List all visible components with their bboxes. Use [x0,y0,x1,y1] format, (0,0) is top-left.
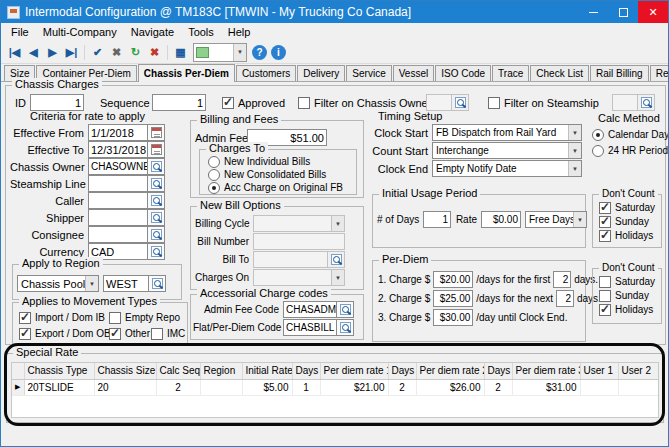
menu-navigate[interactable]: Navigate [124,25,181,39]
tab-chassis-per-diem[interactable]: Chassis Per-Diem [138,64,235,82]
col-calc-seq[interactable]: Calc Seq [156,363,200,379]
lookup-button[interactable] [149,275,166,292]
sunday-checkbox[interactable]: Sunday [599,289,649,302]
saturday-checkbox[interactable]: Saturday [599,201,655,214]
col-chassis-size[interactable]: Chassis Size [94,363,156,379]
charge-2-days-field[interactable]: 2 [556,290,574,307]
other-checkbox[interactable]: Other [109,327,150,340]
col-user-1[interactable]: User 1 [580,363,618,379]
tab-check-list[interactable]: Check List [530,65,589,81]
steamship-line-field[interactable] [88,175,148,192]
close-button[interactable] [638,1,668,23]
calendar-button[interactable] [148,124,165,141]
radio-acc-charge-original-fb[interactable]: Acc Charge on Original FB [208,181,343,194]
col-days-3[interactable]: Days [484,363,512,379]
clock-start-dropdown[interactable]: FB Dispatch from Rail Yard [432,124,582,141]
lookup-button[interactable] [148,175,165,192]
nav-prev-button[interactable]: ◀ [24,43,43,62]
calendar-button[interactable] [148,141,165,158]
nav-next-button[interactable]: ▶ [43,43,62,62]
saturday-checkbox[interactable]: Saturday [599,275,655,288]
chassis-owner-field[interactable]: CHASOWNER [88,158,148,175]
nav-last-button[interactable]: ▶| [62,43,81,62]
menu-tools[interactable]: Tools [181,25,221,39]
special-rate-grid[interactable]: Chassis Type Chassis Size Calc Seq Regio… [11,362,659,418]
filter-chassis-owner-checkbox[interactable]: Filter on Chassis Owner [298,96,431,109]
rate-type-dropdown[interactable]: Free Days [525,211,587,228]
table-row[interactable]: ▶ 20TSLIDE 20 2 $5.00 1 $21.00 2 $26.00 … [12,379,659,395]
effective-from-field[interactable]: 1/1/2018 [88,124,148,141]
holidays-checkbox[interactable]: Holidays [599,303,653,316]
radio-new-consolidated-bills[interactable]: New Consolidated Bills [208,168,326,181]
col-per-diem-rate-2[interactable]: Per diem rate 2 [416,363,484,379]
nav-first-button[interactable]: |◀ [5,43,24,62]
tab-service[interactable]: Service [346,65,391,81]
imc-checkbox[interactable]: IMC [151,327,185,340]
delete-button[interactable]: ✖ [145,43,164,62]
tab-trace[interactable]: Trace [492,65,529,81]
col-initial-rate[interactable]: Initial Rate [242,363,292,379]
radio-calendar-days[interactable]: Calendar Days [592,128,669,141]
refresh-button[interactable]: ↻ [126,43,145,62]
tab-customers[interactable]: Customers [236,65,296,81]
lookup-button[interactable] [337,319,354,336]
lookup-button[interactable] [148,243,165,260]
radio-24-hr-period[interactable]: 24 HR Period [592,144,668,157]
clock-end-dropdown[interactable]: Empty Notify Date [432,160,582,177]
holidays-checkbox[interactable]: Holidays [599,229,653,242]
lookup-button[interactable] [148,192,165,209]
grid-view-button[interactable]: ▦ [171,43,190,62]
tab-vessel[interactable]: Vessel [393,65,434,81]
charge-1-amount-field[interactable]: $20.00 [433,271,473,288]
import-dom-ib-checkbox[interactable]: Import / Dom IB [19,311,105,324]
accept-button[interactable]: ✔ [88,43,107,62]
region-field[interactable]: WEST [103,275,149,292]
id-field[interactable]: 1 [30,94,84,111]
col-chassis-type[interactable]: Chassis Type [24,363,94,379]
col-days-2[interactable]: Days [388,363,416,379]
num-days-field[interactable]: 1 [423,211,451,228]
tab-iso-code[interactable]: ISO Code [435,65,491,81]
charge-1-days-field[interactable]: 2 [553,271,571,288]
col-days-1[interactable]: Days [292,363,320,379]
lookup-button[interactable] [148,209,165,226]
minimize-button[interactable] [578,1,608,23]
approved-checkbox[interactable]: Approved [222,96,285,109]
flat-per-diem-code-field[interactable]: CHASBILL [283,319,337,336]
col-per-diem-rate-3[interactable]: Per diem rate 3 [512,363,580,379]
lookup-button[interactable] [337,301,354,318]
admin-fee-code-field[interactable]: CHASADM [283,301,337,318]
info-button[interactable]: i [271,45,286,60]
tab-delivery[interactable]: Delivery [297,65,345,81]
col-per-diem-rate-1[interactable]: Per diem rate 1 [320,363,388,379]
maximize-button[interactable] [608,1,638,23]
cancel-button[interactable]: ✖ [107,43,126,62]
filter-steamship-checkbox[interactable]: Filter on Steamship [488,96,599,109]
export-dom-ob-checkbox[interactable]: Export / Dom OB [19,327,111,340]
sunday-checkbox[interactable]: Sunday [599,215,649,228]
count-start-label: Count Start [372,145,432,157]
record-image-combo[interactable] [193,43,247,62]
sequence-field[interactable]: 1 [152,94,206,111]
rate-field[interactable]: $0.00 [481,211,521,228]
col-region[interactable]: Region [200,363,242,379]
charge-2-amount-field[interactable]: $25.00 [433,290,473,307]
lookup-button[interactable] [148,226,165,243]
shipper-field[interactable] [88,209,148,226]
lookup-button[interactable] [148,158,165,175]
count-start-dropdown[interactable]: Interchange [432,142,582,159]
effective-to-field[interactable]: 12/31/2018 [88,141,148,158]
consignee-field[interactable] [88,226,148,243]
radio-new-individual-bills[interactable]: New Individual Bills [208,155,310,168]
menu-file[interactable]: File [4,25,36,39]
menu-help[interactable]: Help [221,25,258,39]
caller-field[interactable] [88,192,148,209]
empty-repo-checkbox[interactable]: Empty Repo [109,311,180,324]
col-user-2[interactable]: User 2 [618,363,659,379]
charge-3-amount-field[interactable]: $30.00 [433,309,473,326]
tab-rail-billing[interactable]: Rail Billing [590,65,649,81]
tab-region[interactable]: Region [650,65,669,81]
region-mode-dropdown[interactable]: Chassis Pool [17,275,99,292]
menu-multi-company[interactable]: Multi-Company [36,25,124,39]
help-button[interactable]: ? [252,45,267,60]
